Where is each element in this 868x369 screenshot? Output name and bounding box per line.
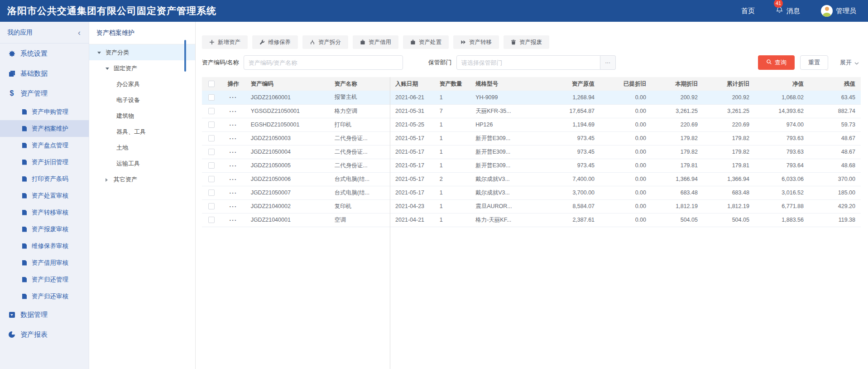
sidebar-item[interactable]: $资产管理	[0, 83, 89, 103]
app-window: 洛阳市公共交通集团有限公司固定资产管理系统 首页 41 消息 管理员 我的应用 …	[0, 0, 868, 369]
row-actions-button[interactable]: ···	[229, 94, 237, 101]
row-actions-button[interactable]: ···	[229, 135, 237, 142]
row-actions-button[interactable]: ···	[229, 203, 237, 210]
table-row[interactable]: ···YGSGDZ21050001格力空调2021-05-317天丽KFR-35…	[202, 104, 861, 118]
row-checkbox[interactable]	[208, 149, 215, 155]
sidebar-item[interactable]: 资产转移审核	[0, 204, 89, 221]
row-checkbox[interactable]	[208, 176, 215, 182]
tree-panel: 资产档案维护 资产分类固定资产办公家具电子设备建筑物器具、工具土地运输工具其它资…	[89, 22, 196, 369]
borrow-asset-button[interactable]: 资产借用	[353, 35, 398, 49]
sidebar-item-label: 资产报表	[20, 330, 48, 339]
caret-down-icon[interactable]	[106, 65, 111, 72]
table-row[interactable]: ···EGSHDZ21050001打印机2021-05-251HP1261,19…	[202, 118, 861, 131]
dispose-asset-button[interactable]: 资产处置	[403, 35, 449, 49]
split-asset-button[interactable]: 资产拆分	[302, 35, 348, 49]
tree-node-label: 固定资产	[114, 64, 137, 73]
cell-qty: 1	[434, 159, 470, 172]
sidebar-collapse-button[interactable]: ‹	[78, 29, 81, 37]
transfer-asset-button[interactable]: 资产转移	[453, 35, 499, 49]
gear-icon	[8, 50, 15, 57]
table-row[interactable]: ···JGDZ21050006台式电脑(结...2021-05-172戴尔成就V…	[202, 172, 861, 186]
table-row[interactable]: ···JGDZ21040002复印机2021-04-231震旦AUROR...8…	[202, 199, 861, 213]
row-actions-button[interactable]: ···	[229, 121, 237, 128]
column-header: 本期折旧	[652, 77, 703, 91]
table-row[interactable]: ···JGDZ21050005二代身份证...2021-05-171新开普E30…	[202, 159, 861, 172]
asset-code-label: 资产编码/名称	[202, 58, 239, 67]
sidebar-item[interactable]: 基础数据	[0, 63, 89, 83]
caret-right-icon[interactable]	[106, 176, 111, 183]
row-actions-button[interactable]: ···	[229, 217, 237, 223]
row-actions-button[interactable]: ···	[229, 108, 237, 115]
sidebar-menu: 系统设置基础数据$资产管理资产申购管理资产档案维护资产盘点管理资产折旧管理打印资…	[0, 44, 89, 345]
sidebar-item[interactable]: 维修保养审核	[0, 238, 89, 254]
expand-toggle[interactable]: 展开	[840, 58, 859, 67]
tree-node[interactable]: 建筑物	[89, 108, 195, 124]
row-checkbox[interactable]	[208, 108, 215, 114]
sidebar-item[interactable]: 资产报表	[0, 325, 89, 345]
row-actions-button[interactable]: ···	[229, 149, 237, 155]
row-checkbox[interactable]	[208, 135, 215, 141]
tree-node[interactable]: 固定资产	[89, 60, 195, 76]
column-header: 资产编码	[245, 77, 329, 91]
sidebar-item[interactable]: 系统设置	[0, 44, 89, 63]
tree-node[interactable]: 土地	[89, 140, 195, 155]
cell-current: 683.48	[652, 186, 703, 199]
dept-input[interactable]	[456, 55, 600, 70]
tree-node[interactable]: 其它资产	[89, 171, 195, 187]
row-checkbox[interactable]	[208, 162, 215, 169]
sidebar-item[interactable]: 打印资产条码	[0, 170, 89, 187]
scrap-asset-button[interactable]: 资产报废	[504, 35, 549, 49]
cell-current: 179.82	[652, 131, 703, 145]
table-row[interactable]: ···JGDZ21060001报警主机2021-06-211YH-90991,2…	[202, 91, 861, 104]
sidebar-item[interactable]: 资产归还管理	[0, 271, 89, 288]
nav-messages-link[interactable]: 41 消息	[776, 6, 800, 15]
cell-net: 974.00	[755, 118, 809, 131]
sidebar-item[interactable]: 资产借用审核	[0, 254, 89, 271]
row-checkbox[interactable]	[208, 189, 215, 196]
repair-maintain-button[interactable]: 维修保养	[252, 35, 298, 49]
sidebar-item[interactable]: 资产盘点管理	[0, 137, 89, 154]
doc-icon	[21, 210, 28, 215]
cell-qty: 1	[434, 199, 470, 213]
row-checkbox[interactable]	[208, 94, 215, 101]
sidebar-item[interactable]: 资产归还审核	[0, 288, 89, 305]
user-name: 管理员	[836, 7, 856, 15]
row-actions-button[interactable]: ···	[229, 189, 237, 196]
reset-button[interactable]: 重置	[800, 55, 828, 70]
tree-scrollbar-thumb[interactable]	[184, 40, 186, 72]
sidebar-item[interactable]: 数据管理	[0, 305, 89, 325]
sidebar-item[interactable]: 资产报废审核	[0, 221, 89, 238]
sidebar-item[interactable]: 资产档案维护	[0, 120, 89, 137]
tree-node-label: 办公家具	[116, 80, 140, 88]
user-menu[interactable]: 管理员	[821, 5, 856, 17]
nav-home-link[interactable]: 首页	[741, 7, 755, 15]
cell-date: 2021-04-21	[390, 213, 434, 227]
dept-more-button[interactable]: ···	[600, 55, 616, 70]
table-row[interactable]: ···JGDZ21040001空调2021-04-211格力-天丽KF...2,…	[202, 213, 861, 227]
row-checkbox[interactable]	[208, 217, 215, 223]
tree-node[interactable]: 器具、工具	[89, 124, 195, 140]
row-checkbox[interactable]	[208, 203, 215, 209]
tree-node[interactable]: 电子设备	[89, 92, 195, 108]
table-row[interactable]: ···JGDZ21050007台式电脑(结...2021-05-171戴尔成就V…	[202, 186, 861, 199]
caret-down-icon[interactable]	[97, 49, 103, 56]
table-row[interactable]: ···JGDZ21050004二代身份证...2021-05-171新开普E30…	[202, 145, 861, 159]
search-button[interactable]: 查询	[758, 55, 795, 70]
row-actions-button[interactable]: ···	[229, 162, 237, 169]
cell-original: 973.45	[540, 131, 600, 145]
tree-node[interactable]: 运输工具	[89, 155, 195, 171]
tree-node[interactable]: 办公家具	[89, 76, 195, 92]
add-asset-button[interactable]: 新增资产	[202, 35, 248, 49]
tree-node[interactable]: 资产分类	[89, 44, 195, 60]
select-all-checkbox[interactable]	[208, 81, 215, 87]
sidebar-item[interactable]: 资产申购管理	[0, 103, 89, 120]
sidebar-item[interactable]: 资产处置审核	[0, 187, 89, 204]
cell-residual: 48.68	[809, 159, 861, 172]
table-row[interactable]: ···JGDZ21050003二代身份证...2021-05-171新开普E30…	[202, 131, 861, 145]
fixed-column-divider	[390, 77, 390, 369]
cell-accumulated: 1,366.94	[703, 172, 755, 186]
asset-code-input[interactable]	[244, 55, 403, 70]
row-actions-button[interactable]: ···	[229, 176, 237, 183]
row-checkbox[interactable]	[208, 121, 215, 128]
sidebar-item[interactable]: 资产折旧管理	[0, 154, 89, 170]
